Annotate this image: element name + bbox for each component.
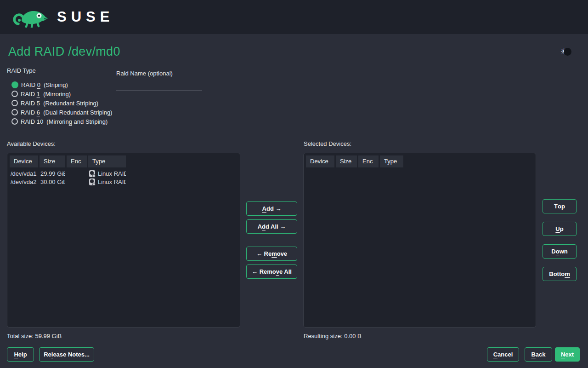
raid-name-label: Raid Name (optional) — [116, 70, 173, 77]
page-title: Add RAID /dev/md0 — [8, 45, 120, 59]
available-devices-table: Device Size Enc Type /dev/vda1 29.99 GiB… — [7, 153, 240, 328]
back-button[interactable]: Back — [525, 347, 552, 362]
radio-raid-5[interactable]: RAID 5 (Redundant Striping) — [11, 98, 112, 108]
bottom-button[interactable]: Bottom — [543, 267, 577, 281]
add-button[interactable]: Add → — [246, 201, 297, 216]
top-bar: SUSE — [0, 0, 588, 34]
radio-selected-icon — [11, 81, 18, 88]
release-notes-button[interactable]: Release Notes... — [39, 347, 94, 362]
column-header-size: Size — [40, 155, 65, 167]
partition-icon — [89, 170, 95, 177]
next-button[interactable]: Next — [555, 347, 580, 362]
raid-name-input[interactable] — [116, 79, 202, 91]
raid-type-group: RAID 0 (Striping) RAID 1 (Mirroring) RAI… — [11, 80, 112, 126]
column-header-enc: Enc — [67, 155, 87, 167]
brand-name: SUSE — [57, 9, 114, 25]
remove-button[interactable]: ← Remove — [246, 247, 297, 261]
column-header-device: Device — [306, 155, 334, 167]
available-devices-label: Available Devices: — [7, 140, 56, 147]
raid-type-label: RAID Type — [7, 67, 36, 74]
table-row-vda1[interactable]: /dev/vda1 29.99 GiB Linux RAID — [7, 169, 240, 178]
moon-icon — [564, 48, 571, 56]
column-header-type: Type — [88, 155, 126, 167]
radio-raid-6[interactable]: RAID 6 (Dual Redundant Striping) — [11, 108, 112, 117]
yast-add-raid-dialog: SUSE ☀ Add RAID /dev/md0 RAID Type RAID … — [0, 0, 588, 368]
radio-icon — [11, 109, 18, 115]
column-header-enc: Enc — [358, 155, 379, 167]
radio-icon — [11, 91, 18, 97]
down-button[interactable]: Down — [543, 244, 577, 259]
table-row-vda2[interactable]: /dev/vda2 30.00 GiB Linux RAID — [7, 178, 240, 186]
top-button[interactable]: Top — [543, 199, 577, 213]
partition-icon — [89, 178, 95, 185]
resulting-size-text: Resulting size: 0.00 B — [304, 333, 362, 339]
radio-raid-10[interactable]: RAID 10 (Mirroring and Striping) — [11, 117, 112, 126]
total-size-text: Total size: 59.99 GiB — [7, 333, 62, 339]
remove-all-button[interactable]: ← Remove All — [246, 264, 297, 279]
suse-logo: SUSE — [13, 6, 114, 28]
radio-icon — [11, 118, 18, 125]
theme-toggle-button[interactable]: ☀ — [560, 48, 571, 56]
radio-raid-0[interactable]: RAID 0 (Striping) — [11, 80, 112, 89]
suse-chameleon-icon — [13, 6, 50, 28]
column-header-type: Type — [380, 155, 403, 167]
column-header-device: Device — [10, 155, 38, 167]
selected-devices-table: Device Size Enc Type — [303, 153, 536, 328]
up-button[interactable]: Up — [543, 222, 577, 236]
column-header-size: Size — [336, 155, 357, 167]
help-button[interactable]: Help — [7, 347, 34, 362]
radio-icon — [11, 100, 18, 106]
table-header: Device Size Enc Type — [304, 153, 536, 169]
cancel-button[interactable]: Cancel — [487, 347, 519, 362]
add-all-button[interactable]: Add All → — [246, 219, 297, 234]
table-header: Device Size Enc Type — [7, 153, 240, 169]
selected-devices-label: Selected Devices: — [304, 140, 351, 147]
radio-raid-1[interactable]: RAID 1 (Mirroring) — [11, 89, 112, 98]
